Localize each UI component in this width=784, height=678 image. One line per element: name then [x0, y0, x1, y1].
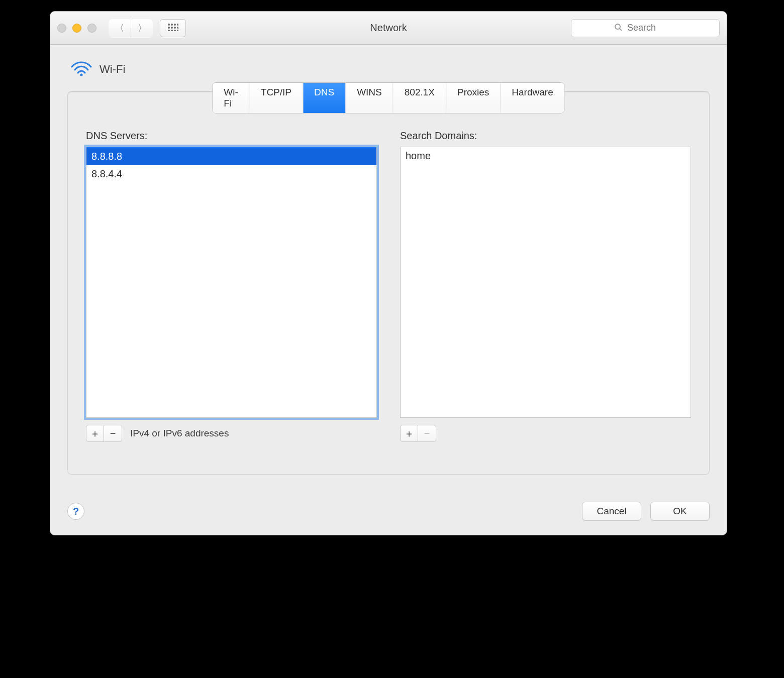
- wifi-icon: [70, 60, 92, 78]
- window-title: Network: [370, 12, 407, 44]
- minimize-window-button[interactable]: [72, 24, 81, 33]
- chevron-right-icon: 〉: [138, 24, 147, 33]
- tab-wifi[interactable]: Wi-Fi: [213, 83, 249, 113]
- network-advanced-window: 〈 〉 Network: [50, 11, 727, 535]
- dns-panel: DNS Servers: 8.8.8.88.8.4.4 ＋ − IPv4 or …: [67, 91, 710, 475]
- svg-point-12: [615, 24, 620, 29]
- svg-point-3: [177, 24, 178, 26]
- svg-line-13: [620, 29, 622, 31]
- plus-icon: ＋: [90, 428, 100, 438]
- add-dns-server-button[interactable]: ＋: [86, 425, 104, 442]
- svg-point-9: [171, 30, 173, 31]
- search-input[interactable]: [626, 22, 676, 34]
- svg-point-10: [174, 30, 176, 31]
- ok-button[interactable]: OK: [650, 502, 710, 521]
- svg-point-8: [168, 30, 170, 31]
- tab-8021x[interactable]: 802.1X: [393, 83, 446, 113]
- grid-icon: [167, 23, 178, 33]
- zoom-window-button[interactable]: [87, 24, 96, 33]
- remove-dns-server-button[interactable]: −: [104, 425, 122, 442]
- search-domains-controls: ＋ −: [400, 425, 691, 442]
- chevron-left-icon: 〈: [115, 24, 124, 33]
- svg-point-4: [168, 27, 170, 29]
- back-button[interactable]: 〈: [109, 19, 131, 37]
- footer: ? Cancel OK: [67, 502, 710, 521]
- titlebar: 〈 〉 Network: [50, 12, 727, 45]
- svg-point-11: [177, 30, 178, 31]
- tab-tcpip[interactable]: TCP/IP: [249, 83, 303, 113]
- search-domains-label: Search Domains:: [400, 130, 691, 142]
- dns-server-row[interactable]: 8.8.8.8: [86, 147, 376, 165]
- search-domains-column: Search Domains: home ＋ −: [400, 130, 691, 442]
- connection-header: Wi-Fi: [70, 60, 710, 78]
- connection-name: Wi-Fi: [100, 63, 125, 76]
- svg-point-0: [168, 24, 170, 26]
- search-field[interactable]: [571, 19, 720, 37]
- window-controls: [57, 24, 96, 33]
- svg-point-2: [174, 24, 176, 26]
- close-window-button[interactable]: [57, 24, 66, 33]
- remove-search-domain-button: −: [418, 425, 436, 442]
- cancel-button[interactable]: Cancel: [582, 502, 641, 521]
- dns-servers-list[interactable]: 8.8.8.88.8.4.4: [86, 147, 377, 418]
- add-search-domain-button[interactable]: ＋: [400, 425, 418, 442]
- dns-servers-controls: ＋ − IPv4 or IPv6 addresses: [86, 425, 377, 442]
- forward-button[interactable]: 〉: [131, 19, 153, 37]
- dns-help-text: IPv4 or IPv6 addresses: [130, 428, 229, 439]
- svg-point-6: [174, 27, 176, 29]
- dns-servers-column: DNS Servers: 8.8.8.88.8.4.4 ＋ − IPv4 or …: [86, 130, 377, 442]
- search-domains-list[interactable]: home: [400, 147, 691, 418]
- dns-server-row[interactable]: 8.8.4.4: [86, 165, 376, 182]
- window-body: Wi-Fi Wi-FiTCP/IPDNSWINS802.1XProxiesHar…: [50, 45, 727, 535]
- dns-servers-label: DNS Servers:: [86, 130, 377, 142]
- svg-point-7: [177, 27, 178, 29]
- tabs-panel: Wi-FiTCP/IPDNSWINS802.1XProxiesHardware …: [67, 91, 710, 475]
- help-icon: ?: [73, 506, 79, 517]
- tab-hardware[interactable]: Hardware: [500, 83, 564, 113]
- svg-point-5: [171, 27, 173, 29]
- minus-icon: −: [110, 428, 116, 438]
- tab-dns[interactable]: DNS: [303, 83, 345, 113]
- tab-wins[interactable]: WINS: [345, 83, 393, 113]
- search-domain-row[interactable]: home: [401, 147, 691, 164]
- help-button[interactable]: ?: [67, 503, 84, 520]
- svg-point-1: [171, 24, 173, 26]
- tab-bar: Wi-FiTCP/IPDNSWINS802.1XProxiesHardware: [212, 82, 564, 114]
- search-icon: [614, 23, 622, 33]
- show-all-button[interactable]: [160, 19, 186, 37]
- plus-icon: ＋: [404, 428, 414, 438]
- tab-proxies[interactable]: Proxies: [446, 83, 500, 113]
- nav-back-forward: 〈 〉: [109, 19, 153, 37]
- minus-icon: −: [424, 428, 430, 438]
- svg-point-14: [80, 74, 83, 76]
